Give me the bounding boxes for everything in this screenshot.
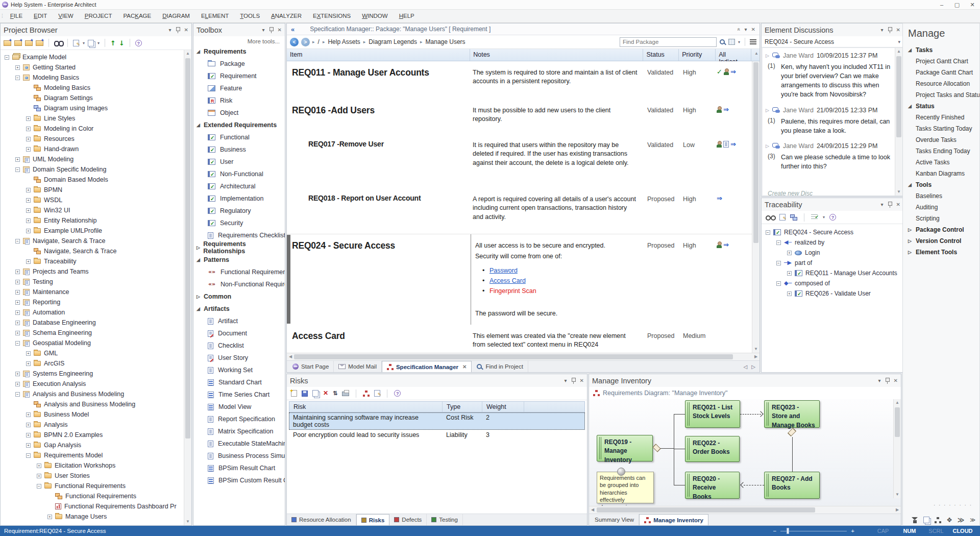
collapse-icon[interactable]: −	[776, 281, 781, 286]
toolbox-item-feature[interactable]: Feature	[197, 82, 285, 94]
column-header-risk[interactable]: Risk	[289, 402, 443, 412]
copy-stack-icon[interactable]	[923, 517, 929, 523]
toolbox-item-business-process-simulati[interactable]: Business Process Simulati	[197, 450, 285, 462]
panel-close-icon[interactable]: ✕	[278, 27, 282, 33]
panel-close-icon[interactable]: ✕	[580, 378, 584, 383]
spec-vscrollbar[interactable]: ▼	[752, 61, 760, 353]
toolbox-item-architectural[interactable]: Architectural	[197, 180, 285, 192]
manage-item-resource-allocation[interactable]: Resource Allocation	[908, 78, 979, 89]
column-header-weight[interactable]: Weight	[482, 402, 524, 412]
expand-icon[interactable]: +	[15, 157, 20, 162]
expand-icon[interactable]: +	[26, 208, 31, 213]
collapse-icon[interactable]: −	[26, 453, 31, 458]
panel-menu-icon[interactable]: ▾	[745, 27, 747, 32]
chevron-down-icon[interactable]: ▾	[97, 41, 100, 45]
back-button[interactable]: <	[290, 38, 299, 46]
manage-item-recently-finished[interactable]: Recently Finished	[908, 112, 979, 123]
tab-close-icon[interactable]: ✕	[462, 364, 467, 370]
collapse-icon[interactable]: −	[15, 167, 20, 172]
toolbox-item-checklist[interactable]: Checklist	[197, 339, 285, 352]
tree-item[interactable]: Functional Requirements Dashboard Pr	[3, 501, 182, 511]
collapse-up-icon[interactable]: «	[736, 28, 742, 31]
expand-icon[interactable]: +	[26, 116, 31, 121]
expand-icon[interactable]: ▷	[766, 53, 769, 58]
home-icon[interactable]	[912, 517, 918, 523]
expand-icon[interactable]: +	[15, 331, 20, 335]
column-header-notes[interactable]: Notes	[470, 49, 643, 61]
spec-row-notes-cell[interactable]: All user access is to be secure and encr…	[471, 234, 644, 325]
menu-analyzer[interactable]: ANALYZER	[265, 10, 307, 22]
tree-item[interactable]: +Testing	[3, 277, 182, 287]
properties-icon[interactable]	[374, 390, 380, 397]
expand-icon[interactable]: +	[15, 382, 20, 386]
tree-item[interactable]: −Analysis and Business Modeling	[3, 389, 182, 399]
tree-item[interactable]: −Domain Specific Modeling	[3, 164, 182, 175]
toolbox-section-extended-requirements[interactable]: ◢Extended Requirements	[197, 119, 285, 131]
tree-item[interactable]: +Business Model	[3, 409, 182, 420]
collapse-icon[interactable]: −	[37, 484, 41, 489]
manage-item-tasks-ending-today[interactable]: Tasks Ending Today	[908, 145, 979, 157]
toolbox-item-business[interactable]: Business	[197, 143, 285, 156]
discussion-element-selector[interactable]: REQ024 - Secure Access ▾	[762, 36, 903, 47]
tree-item[interactable]: +Hand-drawn	[3, 144, 182, 154]
tree-item[interactable]: Domain Based Models	[3, 175, 182, 185]
spec-row[interactable]: REQ018 - Report on User AccountA report …	[287, 188, 760, 234]
move-down-icon[interactable]	[119, 40, 125, 46]
chevron-down-icon[interactable]: ▾	[83, 41, 85, 45]
pin-icon[interactable]	[888, 202, 892, 208]
project-tree-scrollbar[interactable]: ▲ ▼	[184, 50, 191, 525]
manage-item-package-gantt-chart[interactable]: Package Gantt Chart	[908, 67, 979, 78]
help-icon[interactable]	[394, 390, 401, 397]
toolbox-item-requirements-checklist[interactable]: Requirements Checklist	[197, 229, 285, 241]
toolbox-item-bpsim-result-chart[interactable]: BPSim Result Chart	[197, 462, 285, 474]
manage-item-project-tasks-and-status[interactable]: Project Tasks and Status	[908, 89, 979, 101]
toolbox-item-requirement[interactable]: Requirement	[197, 70, 285, 82]
spec-row[interactable]: REQ016 -Add UsersIt must be possible to …	[287, 99, 760, 134]
menu-view[interactable]: VIEW	[53, 10, 79, 22]
menu-edit[interactable]: EDIT	[28, 10, 53, 22]
zoom-in-icon[interactable]: +	[851, 528, 854, 534]
new-package-icon[interactable]	[14, 40, 22, 46]
help-icon[interactable]	[829, 214, 836, 221]
expand-icon[interactable]: +	[26, 351, 31, 356]
spec-row-notes-cell[interactable]: This element was created via the "create…	[471, 325, 644, 353]
collapse-icon[interactable]: −	[5, 55, 9, 60]
column-header-priority[interactable]: Priority	[679, 49, 716, 61]
tree-item[interactable]: +Projects and Teams	[3, 266, 182, 277]
toolbox-item-executable-statemachine[interactable]: Executable StateMachine	[197, 437, 285, 450]
toolbox-item-user[interactable]: User	[197, 156, 285, 168]
tab-model-mail[interactable]: Model Mail	[334, 361, 382, 372]
diagram-vscrollbar[interactable]: ▲▼	[893, 399, 901, 498]
expand-icon[interactable]: +	[787, 251, 792, 255]
collapse-icon[interactable]: −	[15, 76, 20, 80]
expand-icon[interactable]: +	[15, 270, 20, 274]
toolbox-section-common[interactable]: ▷Common	[197, 290, 285, 303]
toolbox-item-non-functional[interactable]: Non-Functional	[197, 168, 285, 180]
column-header-item[interactable]: Item	[287, 49, 470, 61]
sort-icon[interactable]	[333, 390, 337, 397]
close-button[interactable]: ✕	[965, 2, 980, 8]
tree-item[interactable]: +Modeling in Color	[3, 124, 182, 134]
chevron-more-icon[interactable]	[970, 517, 976, 522]
panel-close-icon[interactable]: ✕	[751, 27, 755, 32]
manage-section-package-control[interactable]: ▷Package Control	[908, 224, 979, 235]
menu-package[interactable]: PACKAGE	[117, 10, 157, 22]
toolbox-item-matrix-specification[interactable]: Matrix Specification	[197, 425, 285, 437]
view-options-icon[interactable]	[728, 39, 735, 45]
spec-row-notes-cell[interactable]: It must be possible to add new users to …	[471, 99, 644, 134]
manage-item-active-tasks[interactable]: Active Tasks	[908, 157, 979, 168]
manage-item-kanban-diagrams[interactable]: Kanban Diagrams	[908, 168, 979, 179]
properties-icon[interactable]	[779, 214, 786, 221]
chevron-down-icon[interactable]: ▾	[823, 215, 825, 220]
scroll-up-icon[interactable]: ▲	[751, 49, 760, 61]
toolbox-item-regulatory[interactable]: Regulatory	[197, 205, 285, 217]
tab-resource-allocation[interactable]: Resource Allocation	[287, 514, 356, 525]
menu-help[interactable]: HELP	[394, 10, 420, 22]
create-new-discussion-link[interactable]: Create new Disc	[768, 190, 813, 196]
menu-tools[interactable]: TOOLS	[234, 10, 265, 22]
scroll-down-icon[interactable]: ▼	[184, 518, 191, 525]
expand-icon[interactable]: +	[26, 198, 31, 203]
tree-item[interactable]: −◀┄realized by	[764, 237, 901, 248]
find-in-browser-icon[interactable]	[54, 40, 62, 45]
tree-item[interactable]: +Line Styles	[3, 113, 182, 124]
